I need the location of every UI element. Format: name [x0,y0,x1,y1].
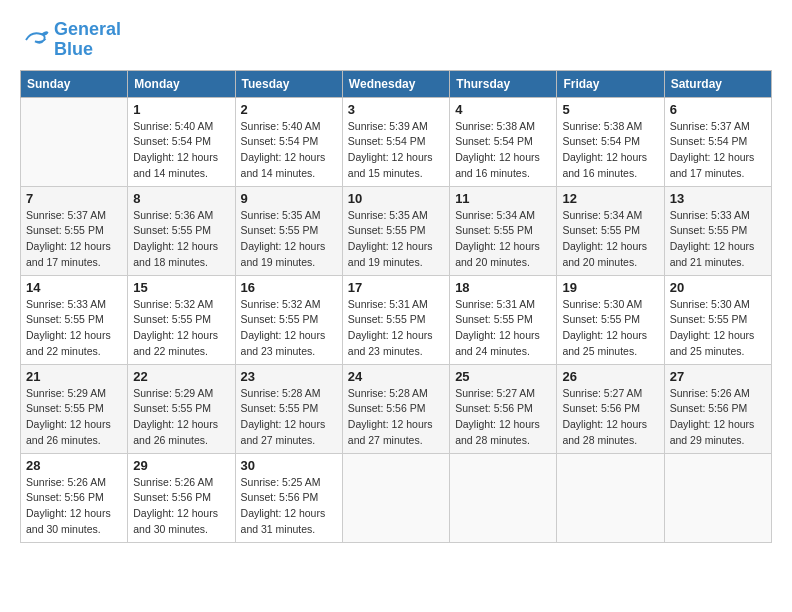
calendar-cell: 12Sunrise: 5:34 AM Sunset: 5:55 PM Dayli… [557,186,664,275]
day-info: Sunrise: 5:33 AM Sunset: 5:55 PM Dayligh… [26,297,122,360]
day-of-week-header: Friday [557,70,664,97]
day-info: Sunrise: 5:26 AM Sunset: 5:56 PM Dayligh… [670,386,766,449]
calendar-cell: 13Sunrise: 5:33 AM Sunset: 5:55 PM Dayli… [664,186,771,275]
day-info: Sunrise: 5:35 AM Sunset: 5:55 PM Dayligh… [348,208,444,271]
calendar-cell: 28Sunrise: 5:26 AM Sunset: 5:56 PM Dayli… [21,453,128,542]
calendar-cell: 9Sunrise: 5:35 AM Sunset: 5:55 PM Daylig… [235,186,342,275]
day-number: 7 [26,191,122,206]
calendar-week-row: 1Sunrise: 5:40 AM Sunset: 5:54 PM Daylig… [21,97,772,186]
calendar-cell: 11Sunrise: 5:34 AM Sunset: 5:55 PM Dayli… [450,186,557,275]
day-number: 23 [241,369,337,384]
day-number: 3 [348,102,444,117]
day-info: Sunrise: 5:40 AM Sunset: 5:54 PM Dayligh… [241,119,337,182]
day-of-week-header: Monday [128,70,235,97]
day-number: 15 [133,280,229,295]
calendar-cell: 21Sunrise: 5:29 AM Sunset: 5:55 PM Dayli… [21,364,128,453]
calendar-cell: 10Sunrise: 5:35 AM Sunset: 5:55 PM Dayli… [342,186,449,275]
day-info: Sunrise: 5:31 AM Sunset: 5:55 PM Dayligh… [455,297,551,360]
calendar-cell: 4Sunrise: 5:38 AM Sunset: 5:54 PM Daylig… [450,97,557,186]
day-info: Sunrise: 5:36 AM Sunset: 5:55 PM Dayligh… [133,208,229,271]
calendar-cell [450,453,557,542]
day-number: 4 [455,102,551,117]
day-number: 28 [26,458,122,473]
calendar-week-row: 14Sunrise: 5:33 AM Sunset: 5:55 PM Dayli… [21,275,772,364]
calendar-cell: 23Sunrise: 5:28 AM Sunset: 5:55 PM Dayli… [235,364,342,453]
calendar-cell: 5Sunrise: 5:38 AM Sunset: 5:54 PM Daylig… [557,97,664,186]
calendar-cell: 15Sunrise: 5:32 AM Sunset: 5:55 PM Dayli… [128,275,235,364]
day-number: 6 [670,102,766,117]
calendar-cell: 24Sunrise: 5:28 AM Sunset: 5:56 PM Dayli… [342,364,449,453]
day-number: 2 [241,102,337,117]
day-info: Sunrise: 5:40 AM Sunset: 5:54 PM Dayligh… [133,119,229,182]
day-number: 22 [133,369,229,384]
calendar-cell [21,97,128,186]
logo: General Blue [20,20,121,60]
day-number: 16 [241,280,337,295]
day-info: Sunrise: 5:39 AM Sunset: 5:54 PM Dayligh… [348,119,444,182]
logo-icon [20,25,50,55]
calendar-table: SundayMondayTuesdayWednesdayThursdayFrid… [20,70,772,543]
calendar-cell: 27Sunrise: 5:26 AM Sunset: 5:56 PM Dayli… [664,364,771,453]
calendar-cell: 19Sunrise: 5:30 AM Sunset: 5:55 PM Dayli… [557,275,664,364]
day-of-week-header: Thursday [450,70,557,97]
day-info: Sunrise: 5:31 AM Sunset: 5:55 PM Dayligh… [348,297,444,360]
day-number: 29 [133,458,229,473]
calendar-cell: 16Sunrise: 5:32 AM Sunset: 5:55 PM Dayli… [235,275,342,364]
calendar-cell: 1Sunrise: 5:40 AM Sunset: 5:54 PM Daylig… [128,97,235,186]
logo-text: General Blue [54,20,121,60]
day-number: 14 [26,280,122,295]
day-info: Sunrise: 5:29 AM Sunset: 5:55 PM Dayligh… [133,386,229,449]
day-info: Sunrise: 5:29 AM Sunset: 5:55 PM Dayligh… [26,386,122,449]
calendar-cell: 8Sunrise: 5:36 AM Sunset: 5:55 PM Daylig… [128,186,235,275]
calendar-cell: 22Sunrise: 5:29 AM Sunset: 5:55 PM Dayli… [128,364,235,453]
day-info: Sunrise: 5:32 AM Sunset: 5:55 PM Dayligh… [241,297,337,360]
day-of-week-header: Tuesday [235,70,342,97]
calendar-cell: 14Sunrise: 5:33 AM Sunset: 5:55 PM Dayli… [21,275,128,364]
calendar-week-row: 7Sunrise: 5:37 AM Sunset: 5:55 PM Daylig… [21,186,772,275]
day-of-week-header: Saturday [664,70,771,97]
calendar-cell: 26Sunrise: 5:27 AM Sunset: 5:56 PM Dayli… [557,364,664,453]
day-info: Sunrise: 5:26 AM Sunset: 5:56 PM Dayligh… [26,475,122,538]
day-info: Sunrise: 5:32 AM Sunset: 5:55 PM Dayligh… [133,297,229,360]
day-number: 17 [348,280,444,295]
calendar-week-row: 28Sunrise: 5:26 AM Sunset: 5:56 PM Dayli… [21,453,772,542]
calendar-cell: 29Sunrise: 5:26 AM Sunset: 5:56 PM Dayli… [128,453,235,542]
calendar-cell [557,453,664,542]
day-number: 8 [133,191,229,206]
day-info: Sunrise: 5:34 AM Sunset: 5:55 PM Dayligh… [455,208,551,271]
day-number: 19 [562,280,658,295]
day-info: Sunrise: 5:35 AM Sunset: 5:55 PM Dayligh… [241,208,337,271]
calendar-cell: 25Sunrise: 5:27 AM Sunset: 5:56 PM Dayli… [450,364,557,453]
day-number: 1 [133,102,229,117]
calendar-cell [342,453,449,542]
day-number: 12 [562,191,658,206]
day-info: Sunrise: 5:25 AM Sunset: 5:56 PM Dayligh… [241,475,337,538]
day-of-week-header: Sunday [21,70,128,97]
calendar-cell: 2Sunrise: 5:40 AM Sunset: 5:54 PM Daylig… [235,97,342,186]
day-info: Sunrise: 5:37 AM Sunset: 5:55 PM Dayligh… [26,208,122,271]
day-info: Sunrise: 5:28 AM Sunset: 5:55 PM Dayligh… [241,386,337,449]
calendar-cell: 6Sunrise: 5:37 AM Sunset: 5:54 PM Daylig… [664,97,771,186]
day-number: 21 [26,369,122,384]
calendar-cell: 30Sunrise: 5:25 AM Sunset: 5:56 PM Dayli… [235,453,342,542]
day-info: Sunrise: 5:37 AM Sunset: 5:54 PM Dayligh… [670,119,766,182]
day-number: 13 [670,191,766,206]
calendar-cell: 3Sunrise: 5:39 AM Sunset: 5:54 PM Daylig… [342,97,449,186]
calendar-cell: 17Sunrise: 5:31 AM Sunset: 5:55 PM Dayli… [342,275,449,364]
day-of-week-header: Wednesday [342,70,449,97]
day-number: 20 [670,280,766,295]
day-info: Sunrise: 5:34 AM Sunset: 5:55 PM Dayligh… [562,208,658,271]
calendar-cell: 20Sunrise: 5:30 AM Sunset: 5:55 PM Dayli… [664,275,771,364]
day-number: 18 [455,280,551,295]
calendar-body: 1Sunrise: 5:40 AM Sunset: 5:54 PM Daylig… [21,97,772,542]
page-header: General Blue [20,20,772,60]
day-info: Sunrise: 5:30 AM Sunset: 5:55 PM Dayligh… [562,297,658,360]
calendar-cell [664,453,771,542]
day-number: 5 [562,102,658,117]
day-number: 9 [241,191,337,206]
day-number: 30 [241,458,337,473]
day-number: 11 [455,191,551,206]
day-info: Sunrise: 5:28 AM Sunset: 5:56 PM Dayligh… [348,386,444,449]
day-info: Sunrise: 5:26 AM Sunset: 5:56 PM Dayligh… [133,475,229,538]
day-info: Sunrise: 5:38 AM Sunset: 5:54 PM Dayligh… [562,119,658,182]
